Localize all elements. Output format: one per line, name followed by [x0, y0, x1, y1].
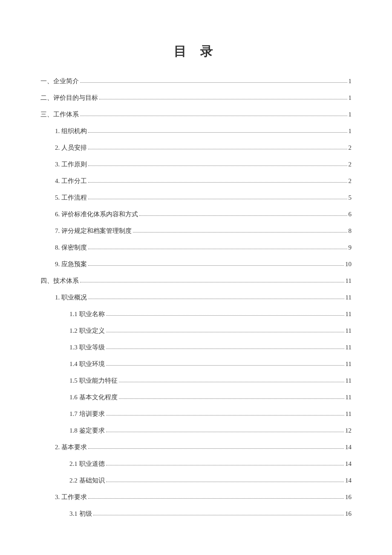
toc-entry-label: 2. 基本要求	[55, 444, 87, 450]
toc-leader	[133, 227, 347, 232]
toc-leader	[88, 244, 347, 249]
toc-leader	[106, 427, 344, 432]
toc-leader	[88, 161, 347, 166]
toc-entry-page: 11	[346, 294, 352, 301]
toc-leader	[80, 277, 344, 282]
toc-entry-label: 四、技术体系	[40, 278, 79, 284]
toc-entry: 1.8 鉴定要求12	[69, 427, 352, 434]
toc-leader	[119, 394, 344, 399]
toc-leader	[106, 311, 344, 316]
toc-leader	[80, 78, 347, 83]
toc-entry: 一、企业简介1	[40, 78, 352, 84]
toc-entry: 9. 应急预案10	[55, 261, 352, 267]
toc-entry-label: 7. 评分规定和档案管理制度	[55, 228, 132, 234]
toc-entry: 1.3 职业等级11	[69, 344, 352, 351]
toc-entry: 四、技术体系11	[40, 278, 352, 284]
toc-entry-label: 1. 职业概况	[55, 294, 87, 301]
toc-entry-page: 11	[346, 378, 352, 384]
toc-leader	[106, 460, 344, 465]
toc-entry: 3. 工作要求16	[55, 494, 352, 500]
toc-leader	[106, 344, 344, 349]
toc-entry-label: 4. 工作分工	[55, 178, 87, 184]
toc-entry-page: 2	[349, 161, 352, 168]
toc-entry: 5. 工作流程5	[55, 195, 352, 201]
toc-entry-page: 6	[349, 211, 352, 218]
toc-entry-label: 1.5 职业能力特征	[69, 378, 118, 384]
toc-entry: 3.1 初级16	[69, 511, 352, 517]
toc-entry: 2.2 基础知识14	[69, 477, 352, 484]
toc-entry: 2. 人员安排2	[55, 145, 352, 151]
toc-entry-page: 16	[345, 511, 352, 517]
toc-entry-label: 三、工作体系	[40, 111, 79, 118]
toc-entry-label: 1.3 职业等级	[69, 344, 105, 351]
toc-entry-page: 14	[345, 444, 352, 450]
toc-entry: 二、评价目的与目标1	[40, 95, 352, 101]
toc-leader	[88, 128, 347, 133]
toc-leader	[106, 327, 344, 332]
toc-entry-label: 2. 人员安排	[55, 145, 87, 151]
toc-entry-label: 1.8 鉴定要求	[69, 427, 105, 434]
toc-entry: 1.2 职业定义11	[69, 328, 352, 334]
toc-leader	[106, 410, 344, 416]
toc-entry-page: 1	[349, 128, 352, 134]
toc-entry: 1.4 职业环境11	[69, 361, 352, 367]
toc-entry: 6. 评价标准化体系内容和方式6	[55, 211, 352, 218]
toc-leader	[88, 294, 344, 299]
toc-leader	[88, 177, 347, 183]
toc-entry-label: 2.2 基础知识	[69, 477, 105, 484]
toc-entry-page: 11	[346, 278, 352, 284]
toc-entry-label: 2.1 职业道德	[69, 461, 105, 467]
toc-entry-page: 11	[346, 411, 352, 417]
toc-entry-page: 8	[349, 228, 352, 234]
toc-entry: 8. 保密制度9	[55, 244, 352, 251]
toc-entry-page: 2	[349, 178, 352, 184]
toc-entry: 三、工作体系1	[40, 111, 352, 118]
toc-entry: 2. 基本要求14	[55, 444, 352, 450]
toc-entry-label: 1. 组织机构	[55, 128, 87, 134]
toc-entry: 1. 职业概况11	[55, 294, 352, 301]
toc-entry-page: 11	[346, 311, 352, 317]
toc-leader	[139, 211, 347, 216]
toc-entry-page: 11	[346, 394, 352, 401]
toc-entry: 1.5 职业能力特征11	[69, 378, 352, 384]
toc-entry-page: 14	[345, 477, 352, 484]
toc-entry-label: 3. 工作原则	[55, 161, 87, 168]
toc-entry-page: 16	[345, 494, 352, 500]
toc-entry: 7. 评分规定和档案管理制度8	[55, 228, 352, 234]
toc-entry-page: 5	[349, 195, 352, 201]
toc-entry: 1. 组织机构1	[55, 128, 352, 134]
toc-entry-page: 1	[349, 78, 352, 84]
toc-entry-page: 2	[349, 145, 352, 151]
toc-entry: 4. 工作分工2	[55, 178, 352, 184]
toc-entry-page: 9	[349, 244, 352, 251]
toc-entry-page: 12	[345, 427, 352, 434]
toc-leader	[106, 360, 344, 366]
toc-leader	[88, 144, 347, 149]
toc-entry-label: 1.7 培训要求	[69, 411, 105, 417]
toc-leader	[99, 94, 347, 99]
toc-entry-label: 3.1 初级	[69, 511, 92, 517]
toc-entry-page: 1	[349, 111, 352, 118]
toc-entry: 1.1 职业名称11	[69, 311, 352, 317]
toc-leader	[88, 194, 347, 199]
toc-entry-page: 11	[346, 328, 352, 334]
toc-entry-label: 1.2 职业定义	[69, 328, 105, 334]
toc-entry: 3. 工作原则2	[55, 161, 352, 168]
toc-list: 一、企业简介1二、评价目的与目标1三、工作体系11. 组织机构12. 人员安排2…	[40, 78, 352, 517]
toc-leader	[106, 477, 344, 482]
toc-title: 目 录	[40, 43, 352, 60]
toc-entry-page: 1	[349, 95, 352, 101]
toc-entry-label: 9. 应急预案	[55, 261, 87, 267]
toc-entry: 1.7 培训要求11	[69, 411, 352, 417]
toc-leader	[119, 377, 344, 382]
toc-entry: 1.6 基本文化程度11	[69, 394, 352, 401]
toc-entry-label: 二、评价目的与目标	[40, 95, 98, 101]
toc-entry-page: 14	[345, 461, 352, 467]
toc-entry-label: 一、企业简介	[40, 78, 79, 84]
toc-entry: 2.1 职业道德14	[69, 461, 352, 467]
toc-entry-label: 1.1 职业名称	[69, 311, 105, 317]
toc-leader	[88, 444, 344, 449]
toc-entry-label: 3. 工作要求	[55, 494, 87, 500]
toc-leader	[93, 510, 344, 515]
toc-entry-label: 1.6 基本文化程度	[69, 394, 118, 401]
